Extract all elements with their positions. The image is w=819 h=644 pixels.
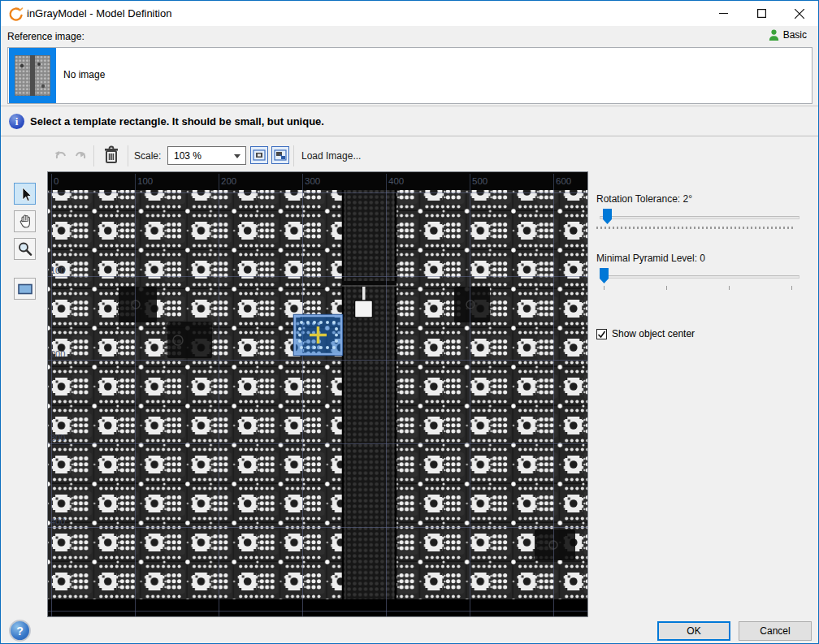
cancel-button[interactable]: Cancel	[739, 621, 812, 641]
svg-text:400: 400	[388, 176, 404, 186]
h-ruler: 0 100 200 300 400 500 600	[48, 172, 587, 190]
delete-template-button[interactable]	[103, 145, 119, 167]
svg-text:100: 100	[50, 266, 65, 275]
rectangle-icon	[17, 283, 33, 296]
slider-tick	[791, 286, 792, 290]
chevron-down-icon	[234, 154, 240, 158]
scale-label: Scale:	[134, 150, 161, 162]
user-icon	[769, 29, 779, 41]
template-selection[interactable]	[294, 315, 343, 356]
svg-text:600: 600	[556, 176, 571, 186]
rectangle-tool-button[interactable]	[14, 278, 36, 300]
fit-to-window-button[interactable]	[250, 146, 268, 164]
scale-value: 103 %	[174, 150, 202, 162]
undo-button[interactable]	[53, 147, 69, 166]
select-tool-button[interactable]	[14, 183, 36, 205]
hint-message: Select a template rectangle. It should b…	[30, 115, 324, 128]
reference-image-label: Reference image:	[7, 31, 84, 42]
svg-text:500: 500	[472, 176, 488, 186]
toolbar-separator	[128, 145, 128, 166]
hand-icon	[18, 214, 32, 229]
help-glyph: ?	[16, 625, 24, 638]
app-logo-icon	[8, 6, 24, 22]
mode-row: Reference image: Basic	[1, 26, 818, 47]
rotation-tolerance-slider[interactable]	[596, 207, 801, 228]
cursor-icon	[18, 186, 32, 202]
close-button[interactable]	[781, 1, 818, 26]
toolbar-separator	[93, 145, 94, 166]
basic-mode-label: Basic	[783, 29, 807, 41]
show-object-center-checkbox[interactable]	[596, 329, 607, 339]
check-icon	[597, 330, 606, 339]
scale-combobox[interactable]: 103 %	[167, 146, 246, 165]
zoom-to-region-button[interactable]	[271, 146, 289, 164]
pyramid-level-slider[interactable]	[596, 266, 801, 287]
show-object-center-label: Show object center	[612, 328, 695, 339]
slider-track[interactable]	[600, 216, 800, 219]
chip-tray-texture	[48, 190, 587, 599]
ok-button[interactable]: OK	[657, 621, 730, 641]
pyramid-level-label: Minimal Pyramid Level: 0	[596, 253, 705, 264]
svg-text:100: 100	[137, 176, 153, 186]
image-canvas[interactable]: 0 100 200 300 400 500 600	[47, 171, 588, 617]
reference-thumbnail[interactable]	[9, 48, 56, 103]
slider-tick	[729, 286, 730, 290]
show-object-center-row: Show object center	[596, 328, 695, 339]
reference-image-panel: No image	[7, 47, 812, 104]
toolbar-separator	[293, 145, 294, 166]
svg-text:300: 300	[50, 433, 65, 443]
rotation-tolerance-label: Rotation Tolerance: 2°	[596, 193, 692, 205]
rotation-slider-ticks	[596, 227, 795, 229]
model-definition-dialog: inGrayModel - Model Definition Reference…	[0, 0, 819, 644]
svg-text:400: 400	[50, 516, 65, 526]
minimize-button[interactable]	[704, 1, 742, 26]
svg-text:200: 200	[221, 176, 236, 186]
svg-text:0: 0	[54, 176, 58, 186]
info-icon: i	[9, 114, 24, 129]
thumbnail-preview-image	[15, 55, 50, 96]
maximize-button[interactable]	[743, 1, 780, 26]
window-title: inGrayModel - Model Definition	[27, 7, 171, 19]
redo-button[interactable]	[72, 147, 89, 166]
image-bottom-band	[48, 599, 587, 616]
slider-thumb[interactable]	[603, 209, 613, 225]
canvas-image[interactable]: 0 100 200 300 400 500 600	[48, 172, 587, 616]
basic-mode-toggle[interactable]: Basic	[769, 29, 807, 41]
slider-tick	[666, 286, 667, 290]
dark-band	[342, 190, 396, 599]
zoom-tool-button[interactable]	[14, 238, 36, 260]
magnifier-icon	[17, 241, 32, 257]
slider-thumb[interactable]	[600, 268, 609, 284]
svg-text:200: 200	[50, 349, 65, 359]
title-bar[interactable]: inGrayModel - Model Definition	[1, 1, 818, 26]
hint-bar: i Select a template rectangle. It should…	[1, 106, 818, 136]
slider-track[interactable]	[600, 275, 800, 279]
svg-text:300: 300	[305, 176, 320, 186]
help-button[interactable]: ?	[9, 620, 31, 642]
slider-tick	[604, 286, 604, 290]
load-image-button[interactable]: Load Image...	[301, 150, 361, 162]
reference-status-text: No image	[63, 69, 105, 80]
pan-tool-button[interactable]	[14, 210, 36, 232]
